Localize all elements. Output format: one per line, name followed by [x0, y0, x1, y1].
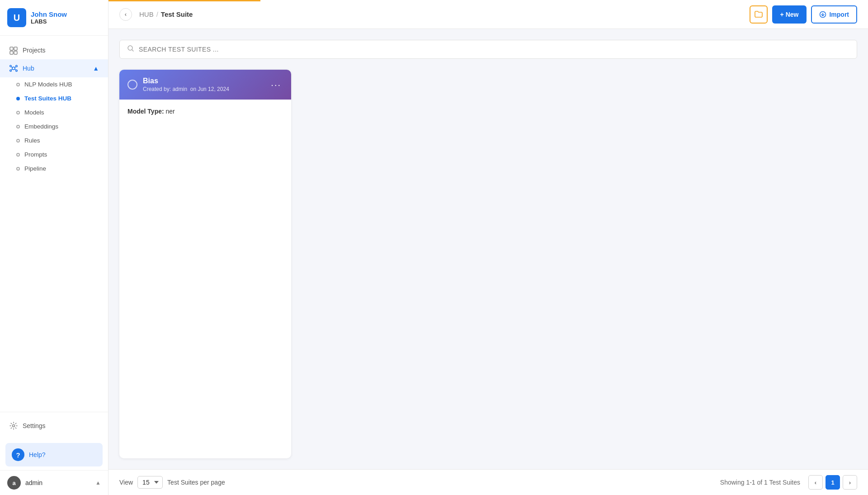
pagination-page-1-button[interactable]: 1	[826, 475, 840, 490]
user-chevron-icon: ▲	[95, 480, 101, 486]
search-input[interactable]	[139, 46, 849, 53]
folder-icon	[754, 10, 763, 19]
sidebar: U John Snow LABS Projects	[0, 0, 108, 495]
sidebar-item-pipeline[interactable]: Pipeline	[0, 162, 108, 176]
view-label: View	[119, 479, 133, 486]
help-button[interactable]: ? Help?	[5, 443, 103, 466]
card-title: Bias	[143, 77, 229, 85]
breadcrumb-separator: /	[156, 10, 158, 18]
svg-rect-3	[14, 47, 17, 50]
svg-line-13	[11, 69, 12, 70]
nav-dot-icon	[16, 167, 20, 171]
content-area: Bias Created by: admin on Jun 12, 2024 ·…	[108, 29, 868, 469]
test-suite-card[interactable]: Bias Created by: admin on Jun 12, 2024 ·…	[119, 70, 291, 458]
sidebar-nav: Projects Hub ▲ NLP Models HUB	[0, 36, 108, 412]
pagination-prev-button[interactable]: ‹	[808, 475, 823, 490]
svg-point-7	[10, 65, 12, 67]
pagination: Showing 1-1 of 1 Test Suites ‹ 1 ›	[720, 475, 857, 490]
card-header: Bias Created by: admin on Jun 12, 2024 ·…	[119, 70, 291, 100]
card-body: Model Type: ner	[119, 100, 291, 123]
help-icon: ?	[12, 448, 24, 461]
svg-point-9	[10, 70, 12, 71]
view-control: View 15 25 50 Test Suites per page	[119, 476, 225, 489]
svg-point-10	[16, 70, 18, 71]
sidebar-item-test-suites-hub[interactable]: Test Suites HUB	[0, 91, 108, 105]
sidebar-item-settings[interactable]: Settings	[0, 417, 108, 435]
svg-text:U: U	[14, 13, 20, 23]
card-status-icon	[127, 80, 137, 90]
card-menu-button[interactable]: ···	[269, 80, 283, 90]
hub-sub-nav: NLP Models HUB Test Suites HUB Models Em…	[0, 77, 108, 176]
breadcrumb-hub: HUB	[139, 10, 154, 18]
nav-dot-icon	[16, 83, 20, 86]
nav-dot-icon	[16, 111, 20, 114]
topbar-actions: + New Import	[750, 5, 857, 24]
collapse-sidebar-button[interactable]: ‹	[119, 8, 132, 21]
svg-rect-4	[10, 51, 13, 54]
nav-dot-icon	[16, 125, 20, 129]
nav-dot-active-icon	[16, 97, 20, 100]
topbar: ‹ HUB / Test Suite + New Import	[108, 0, 868, 29]
card-subtitle: Created by: admin on Jun 12, 2024	[143, 86, 229, 92]
settings-icon	[9, 421, 18, 430]
new-button[interactable]: + New	[772, 5, 807, 24]
avatar: a	[7, 476, 21, 490]
search-icon	[127, 45, 134, 54]
svg-line-18	[132, 50, 133, 51]
svg-point-15	[13, 425, 15, 427]
breadcrumb-current: Test Suite	[161, 10, 193, 18]
sidebar-item-embeddings[interactable]: Embeddings	[0, 119, 108, 133]
svg-line-11	[11, 67, 12, 68]
sidebar-settings-section: Settings	[0, 412, 108, 439]
card-model-type: Model Type: ner	[127, 108, 283, 115]
main-content: ‹ HUB / Test Suite + New Import	[108, 0, 868, 495]
svg-rect-2	[10, 47, 13, 50]
cards-grid: Bias Created by: admin on Jun 12, 2024 ·…	[119, 70, 857, 458]
svg-line-12	[15, 67, 16, 68]
logo-area: U John Snow LABS	[0, 0, 108, 36]
sidebar-item-projects[interactable]: Projects	[0, 41, 108, 59]
svg-line-14	[15, 69, 16, 70]
pagination-info: Showing 1-1 of 1 Test Suites	[720, 479, 800, 486]
per-page-suffix: Test Suites per page	[167, 479, 225, 486]
user-menu[interactable]: a admin ▲	[0, 470, 108, 495]
nav-dot-icon	[16, 139, 20, 143]
per-page-select[interactable]: 15 25 50	[137, 476, 163, 489]
pagination-next-button[interactable]: ›	[843, 475, 857, 490]
search-bar	[119, 40, 857, 59]
breadcrumb: HUB / Test Suite	[139, 10, 193, 18]
content-footer: View 15 25 50 Test Suites per page Showi…	[108, 469, 868, 495]
folder-button[interactable]	[750, 5, 768, 24]
svg-rect-5	[14, 51, 17, 54]
sidebar-item-nlp-models-hub[interactable]: NLP Models HUB	[0, 77, 108, 91]
projects-icon	[9, 46, 18, 55]
hub-icon	[9, 64, 18, 73]
sidebar-item-prompts[interactable]: Prompts	[0, 148, 108, 162]
sidebar-item-rules[interactable]: Rules	[0, 133, 108, 148]
sidebar-item-models[interactable]: Models	[0, 105, 108, 119]
logo-text: John Snow LABS	[31, 10, 67, 25]
svg-point-8	[16, 65, 18, 67]
user-name-label: admin	[25, 479, 91, 486]
card-header-left: Bias Created by: admin on Jun 12, 2024	[127, 77, 229, 92]
nav-dot-icon	[16, 153, 20, 157]
import-icon	[819, 11, 826, 18]
import-button[interactable]: Import	[811, 5, 857, 24]
sidebar-item-hub[interactable]: Hub ▲	[0, 59, 108, 77]
jsl-logo-icon: U	[7, 8, 26, 27]
svg-point-6	[12, 67, 15, 70]
hub-chevron-icon: ▲	[93, 65, 99, 72]
